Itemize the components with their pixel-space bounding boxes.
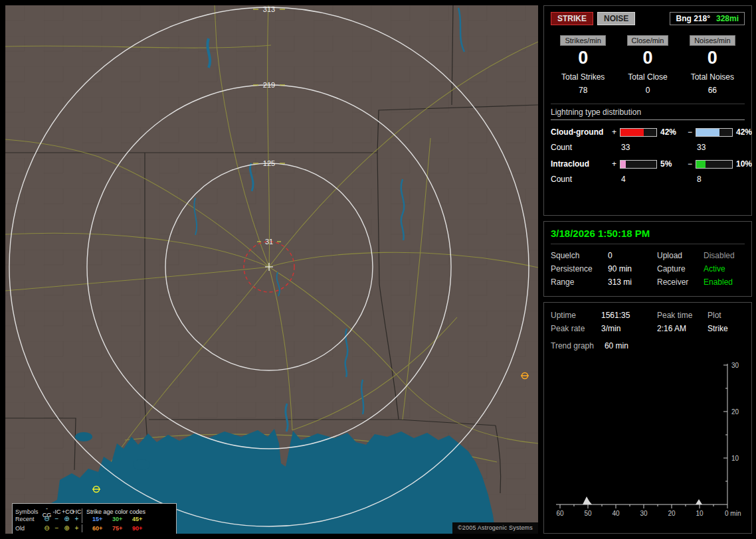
trend-graph-window: 60 min <box>605 341 628 350</box>
legend-header-row: Symbols -CG -IC +CG +IC Strike age color… <box>15 505 173 514</box>
y-tick-20: 20 <box>731 408 739 416</box>
ic-positive-pct: 5% <box>657 159 688 169</box>
current-datetime: 3/18/2026 1:50:18 PM <box>551 228 745 244</box>
strikes-per-min-column: Strikes/min 0 Total Strikes 78 <box>551 34 615 95</box>
total-close-label: Total Close <box>615 72 680 82</box>
legend-symbols-title: Symbols <box>15 508 42 515</box>
cg-pos-icon: ⊕ <box>62 516 72 522</box>
strikes-per-min-value: 0 <box>551 48 615 68</box>
uptime-row: Uptime 1561:35 Peak time Plot <box>551 309 745 322</box>
x-tick-30: 30 <box>640 510 648 517</box>
squelch-label: Squelch <box>551 251 608 260</box>
nexstorm-app: 313 219 125 31 Symbols -CG -IC +CG +IC S… <box>0 0 756 539</box>
capture-label: Capture <box>657 264 704 273</box>
plot-label: Plot <box>708 311 745 320</box>
x-tick-0-min: 0 min <box>725 510 741 517</box>
legend-old-label: Old <box>15 525 42 532</box>
peak-rate-value: 3/min <box>601 324 657 333</box>
bearing-value: Bng 218° <box>676 14 709 23</box>
sidebar: STRIKE NOISE Bng 218° 328mi Strikes/min … <box>543 5 752 534</box>
legend-col-pos-cg: +CG <box>62 508 72 515</box>
intracloud-label: Intracloud <box>551 159 612 169</box>
bearing-readout: Bng 218° 328mi <box>670 12 745 25</box>
cg-neg-icon: ⊖ <box>42 516 52 522</box>
intracloud-row: Intracloud + 5% − 10% <box>551 159 745 169</box>
range-label: Range <box>551 277 608 287</box>
strike-mode-button[interactable]: STRIKE <box>551 12 593 25</box>
rate-columns: Strikes/min 0 Total Strikes 78 Close/min… <box>551 34 745 95</box>
status-row-persistence: Persistence 90 min Capture Active <box>551 262 745 275</box>
peak-time-value: 2:16 AM <box>657 324 708 333</box>
legend-old-row: Old ⊖ − ⊕ + 60+ 75+ 90+ <box>15 524 173 533</box>
uptime-value: 1561:35 <box>601 311 657 320</box>
x-tick-50: 50 <box>584 510 592 517</box>
ic-neg-icon: − <box>52 516 62 522</box>
ic-pos-icon: + <box>72 525 82 532</box>
legend-divider <box>82 524 88 532</box>
x-tick-60: 60 <box>556 510 564 517</box>
legend-col-pos-ic: +IC <box>72 508 82 515</box>
noises-per-min-column: Noises/min 0 Total Noises 66 <box>680 34 745 95</box>
cg-negative-pct: 42% <box>733 127 752 137</box>
cg-positive-bar <box>620 128 657 137</box>
ic-positive-bar <box>620 160 657 169</box>
noise-mode-button[interactable]: NOISE <box>597 12 635 25</box>
age-code-45: 45+ <box>128 516 151 522</box>
range-value: 313 mi <box>608 277 657 287</box>
x-tick-40: 40 <box>612 510 620 517</box>
age-code-15: 15+ <box>88 516 108 522</box>
ic-neg-icon: − <box>52 525 62 532</box>
cg-positive-count: 33 <box>620 143 657 152</box>
upload-status: Disabled <box>704 251 745 260</box>
legend-age-title: Strike age color codes <box>82 508 151 515</box>
bearing-range-value: 328mi <box>716 14 739 23</box>
plus-sign: + <box>612 159 620 169</box>
y-tick-10: 10 <box>731 455 739 462</box>
ring-label-219: 219 <box>263 81 275 89</box>
age-code-90: 90+ <box>128 525 151 532</box>
squelch-value: 0 <box>608 251 657 260</box>
cloud-ground-row: Cloud-ground + 42% − 42% <box>551 127 745 137</box>
close-per-min-value: 0 <box>615 48 680 68</box>
cloud-ground-label: Cloud-ground <box>551 127 612 137</box>
ic-negative-bar <box>696 160 733 169</box>
age-code-60: 60+ <box>88 525 108 532</box>
total-noises-label: Total Noises <box>680 72 745 82</box>
status-row-squelch: Squelch 0 Upload Disabled <box>551 249 745 262</box>
count-label: Count <box>551 143 612 152</box>
count-label: Count <box>551 175 612 184</box>
ic-pos-icon: + <box>72 516 82 522</box>
trend-graph-label: Trend graph <box>551 341 594 350</box>
status-row-range: Range 313 mi Receiver Enabled <box>551 275 745 289</box>
trend-graph: 30 20 10 60 50 40 30 20 10 0 min <box>551 358 746 522</box>
trend-graph-row: Trend graph 60 min <box>551 341 745 350</box>
close-per-min-chip: Close/min <box>627 35 669 46</box>
uptime-label: Uptime <box>551 311 601 320</box>
minus-sign: − <box>688 159 696 169</box>
total-strikes-label: Total Strikes <box>551 72 615 82</box>
legend-divider <box>82 515 88 523</box>
cloud-ground-count-row: Count 33 33 <box>551 143 745 152</box>
lightning-map[interactable]: 313 219 125 31 Symbols -CG -IC +CG +IC S… <box>5 5 538 534</box>
ring-label-31: 31 <box>265 238 273 246</box>
ring-label-313: 313 <box>263 5 275 13</box>
strike-stats-panel: STRIKE NOISE Bng 218° 328mi Strikes/min … <box>543 5 752 216</box>
capture-status: Active <box>704 264 745 273</box>
plot-value: Strike <box>708 324 745 333</box>
cg-positive-pct: 42% <box>657 127 688 137</box>
legend-recent-label: Recent <box>15 516 42 522</box>
peak-rate-row: Peak rate 3/min 2:16 AM Strike <box>551 322 745 335</box>
close-per-min-column: Close/min 0 Total Close 0 <box>615 34 680 95</box>
intracloud-count-row: Count 4 8 <box>551 175 745 184</box>
plus-sign: + <box>612 127 620 137</box>
trend-panel: Uptime 1561:35 Peak time Plot Peak rate … <box>543 302 752 534</box>
minus-sign: − <box>688 127 696 137</box>
legend-col-neg-ic: -IC <box>52 508 62 515</box>
receiver-label: Receiver <box>657 277 704 287</box>
cg-neg-icon: ⊖ <box>42 525 52 532</box>
upload-label: Upload <box>657 251 704 260</box>
total-close-value: 0 <box>615 86 680 95</box>
total-noises-value: 66 <box>680 86 745 95</box>
mode-toolbar: STRIKE NOISE Bng 218° 328mi <box>551 12 745 25</box>
y-tick-30: 30 <box>731 362 739 369</box>
